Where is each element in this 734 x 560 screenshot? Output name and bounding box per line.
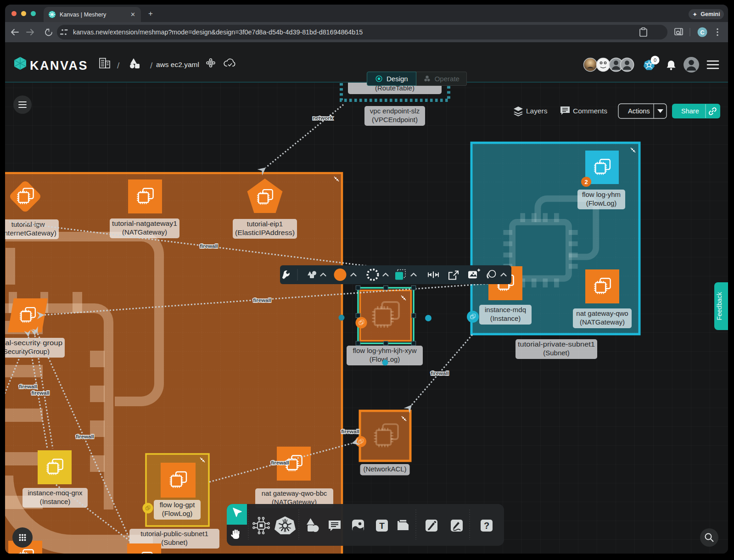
svg-text:tutorial-igw: tutorial-igw [11,220,45,228]
svg-text:T: T [379,521,385,531]
svg-text:aws ec2.yaml: aws ec2.yaml [156,61,199,68]
svg-text:(VPCEndpoint): (VPCEndpoint) [372,116,418,123]
svg-text:Actions: Actions [628,107,650,115]
svg-text:flow log-gpt: flow log-gpt [160,501,196,509]
svg-text:2: 2 [584,179,588,185]
svg-text:(InternetGateway): (InternetGateway) [5,229,56,237]
svg-text:0: 0 [654,57,656,63]
svg-text:/: / [117,61,120,70]
svg-text:firewall: firewall [253,297,271,303]
svg-text:instance-mdq-gnx: instance-mdq-gnx [28,489,83,497]
svg-text:tutorial-eip1: tutorial-eip1 [247,220,283,228]
svg-text:(SecurityGroup): (SecurityGroup) [5,347,50,355]
svg-text:instance-mdq: instance-mdq [485,306,526,314]
svg-text:firewall: firewall [271,460,289,465]
svg-text:Feedback: Feedback [716,291,723,320]
svg-text:firewall: firewall [431,370,449,376]
svg-text:(FlowLog): (FlowLog) [162,510,193,517]
svg-text:(NATGateway): (NATGateway) [580,318,625,326]
svg-text:KANVAS: KANVAS [30,59,88,73]
svg-text:tutorial-security-group: tutorial-security-group [5,339,62,347]
svg-text:(NATGateway): (NATGateway) [122,228,167,236]
svg-text:(Instance): (Instance) [40,498,71,505]
svg-text:(ElasticIPAddress): (ElasticIPAddress) [235,229,295,236]
svg-text:tutorial-natgateway1: tutorial-natgateway1 [112,219,177,227]
svg-text:firewall: firewall [200,243,218,249]
svg-text:firewall: firewall [341,429,359,434]
svg-text:network: network [313,115,333,121]
svg-text:(NetworkACL): (NetworkACL) [363,465,406,473]
svg-text:(FlowLog): (FlowLog) [586,199,617,207]
svg-text:(Subnet): (Subnet) [161,538,188,546]
svg-text:flow log-yhm: flow log-yhm [582,190,621,198]
svg-text:firewall: firewall [31,390,50,396]
svg-text:kanvas.new/extension/meshmap?m: kanvas.new/extension/meshmap?mode=design… [73,28,363,36]
svg-text:(Subnet): (Subnet) [543,349,570,357]
svg-text:firewall: firewall [76,434,94,439]
svg-text:?: ? [484,521,489,531]
svg-text:(Instance): (Instance) [490,314,521,322]
svg-text:tutorial-private-subnet1: tutorial-private-subnet1 [518,340,595,348]
svg-text:nat gateway-qwo: nat gateway-qwo [576,309,628,317]
svg-text:/: / [150,61,153,70]
svg-text:tutorial-public-subnet1: tutorial-public-subnet1 [140,530,208,538]
svg-text:Share: Share [681,107,699,115]
svg-text:nat gateway-qwo-bbc: nat gateway-qwo-bbc [262,489,327,497]
svg-text:firewall: firewall [19,384,37,389]
svg-text:Layers: Layers [526,107,548,115]
svg-text:flow log-yhm-kjh-xyw: flow log-yhm-kjh-xyw [353,347,416,354]
svg-text:C: C [700,29,704,36]
svg-text:vpc endpoint-slz: vpc endpoint-slz [370,107,420,115]
svg-text:Comments: Comments [573,107,607,115]
